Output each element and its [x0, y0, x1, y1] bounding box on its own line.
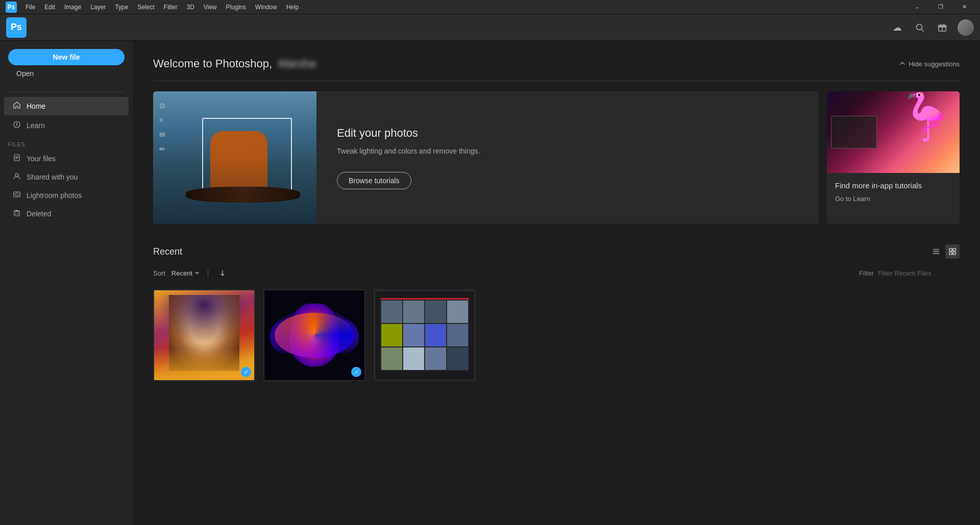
app-logo: Ps: [6, 17, 27, 38]
sidebar-item-lightroom[interactable]: Lightroom photos: [4, 187, 129, 204]
sidebar-item-your-files[interactable]: Your files: [4, 150, 129, 167]
chevron-up-icon: [899, 60, 905, 68]
search-icon[interactable]: [913, 20, 927, 35]
face-7: [425, 324, 446, 346]
avatar-image: [958, 19, 974, 36]
avatar[interactable]: [958, 19, 974, 36]
filter-label: Filter: [859, 269, 874, 277]
brush-icon: ✏: [159, 145, 165, 153]
welcome-title: Welcome to Photoshop, Marsha: [153, 57, 316, 70]
canoe-shape: [186, 187, 300, 203]
files-section-label: FILES: [0, 135, 133, 149]
face-12: [447, 347, 468, 370]
maximize-button[interactable]: ❐: [929, 0, 952, 14]
go-to-learn-link[interactable]: Go to Learn: [835, 195, 951, 203]
svg-rect-23: [949, 252, 952, 255]
suggestion-cards: ⊙ ⌗ ✉ ✏ Edit your photos Tweak lighting …: [153, 91, 960, 224]
sort-label: Sort: [153, 269, 165, 277]
minimize-button[interactable]: –: [905, 0, 929, 14]
hair-shape: [159, 295, 249, 344]
chevron-down-icon: [194, 269, 200, 277]
sidebar-item-deleted-label: Deleted: [27, 210, 51, 218]
artwork-fish: [264, 290, 364, 380]
hide-suggestions-label: Hide suggestions: [909, 60, 960, 68]
bottom-overlay: [154, 348, 254, 380]
canoe-background: ⊙ ⌗ ✉ ✏: [153, 91, 316, 224]
grid-view-button[interactable]: [945, 244, 960, 259]
open-link[interactable]: Open: [8, 65, 125, 82]
flamingo-icon: 🦩: [897, 94, 954, 140]
sort-dropdown[interactable]: Recent: [172, 269, 200, 277]
sidebar-item-home-label: Home: [27, 102, 45, 110]
app-logo-small: Ps: [4, 0, 18, 14]
sidebar-item-deleted[interactable]: Deleted: [4, 205, 129, 222]
sidebar-item-home[interactable]: Home: [4, 97, 129, 115]
menu-file[interactable]: File: [21, 3, 39, 12]
shared-icon: [12, 172, 21, 182]
new-file-button[interactable]: New file: [8, 49, 125, 65]
thumbnail-3[interactable]: [374, 289, 476, 381]
svg-rect-24: [953, 252, 955, 255]
welcome-text: Welcome to Photoshop,: [153, 57, 272, 70]
tutorials-image: 🦩: [827, 91, 960, 173]
top-bar-actions: ☁: [890, 19, 974, 36]
edit-photos-card: ⊙ ⌗ ✉ ✏ Edit your photos Tweak lighting …: [153, 91, 819, 224]
selected-check-1: ✓: [241, 367, 251, 377]
menu-plugins[interactable]: Plugins: [222, 3, 250, 12]
sidebar-divider-1: [8, 92, 125, 92]
menu-3d[interactable]: 3D: [182, 3, 198, 12]
envelope-icon: ✉: [159, 131, 165, 139]
close-button[interactable]: ✕: [952, 0, 976, 14]
sort-direction-button[interactable]: [216, 267, 229, 279]
sidebar-item-learn[interactable]: Learn: [4, 116, 129, 135]
menu-view[interactable]: View: [200, 3, 221, 12]
face-9: [381, 347, 402, 370]
file-icon: [12, 154, 21, 163]
face-11: [425, 347, 446, 370]
artwork-portrait: [154, 290, 254, 380]
face-3: [425, 301, 446, 323]
menu-type[interactable]: Type: [111, 3, 132, 12]
faces-grid: [380, 299, 470, 370]
filter-input[interactable]: [878, 269, 960, 277]
menu-filter[interactable]: Filter: [160, 3, 182, 12]
main-content: Welcome to Photoshop, Marsha Hide sugges…: [133, 41, 980, 525]
gift-icon[interactable]: [935, 20, 949, 35]
face-2: [403, 301, 424, 323]
learn-icon: [12, 120, 21, 131]
menu-select[interactable]: Select: [133, 3, 158, 12]
face-8: [447, 324, 468, 346]
cloud-icon[interactable]: ☁: [890, 20, 904, 35]
edit-photos-desc: Tweak lighting and colors and remove thi…: [337, 146, 798, 157]
menu-help[interactable]: Help: [282, 3, 303, 12]
crop-icon: ⌗: [159, 116, 165, 124]
menu-edit[interactable]: Edit: [40, 3, 59, 12]
menu-layer[interactable]: Layer: [86, 3, 110, 12]
sort-divider: [208, 269, 208, 277]
sidebar-item-shared[interactable]: Shared with you: [4, 168, 129, 186]
list-view-button[interactable]: [929, 244, 943, 259]
menu-window[interactable]: Window: [251, 3, 281, 12]
svg-rect-21: [949, 248, 952, 251]
home-icon: [12, 101, 21, 111]
menu-image[interactable]: Image: [60, 3, 85, 12]
window-controls: – ❐ ✕: [905, 0, 976, 14]
edit-photos-title: Edit your photos: [337, 127, 798, 140]
ps-logo-large: Ps: [11, 22, 22, 33]
tutorials-body: Find more in-app tutorials Go to Learn: [827, 173, 960, 211]
face-10: [403, 347, 424, 370]
hide-suggestions-button[interactable]: Hide suggestions: [899, 60, 960, 68]
svg-point-6: [16, 126, 17, 127]
thumbnail-2[interactable]: ✓: [263, 289, 365, 381]
thumbnails-grid: ✓ ✓: [153, 289, 960, 381]
menu-bar: Ps File Edit Image Layer Type Select Fil…: [0, 0, 980, 14]
sidebar-actions: New file Open: [0, 49, 133, 88]
thumbnail-1[interactable]: ✓: [153, 289, 255, 381]
ps-logo-icon: Ps: [6, 2, 17, 13]
tool-icons: ⊙ ⌗ ✉ ✏: [159, 102, 165, 153]
app-layout: New file Open Home Learn FILES: [0, 41, 980, 525]
face-6: [403, 324, 424, 346]
browse-tutorials-button[interactable]: Browse tutorials: [337, 172, 411, 189]
welcome-username: Marsha: [278, 57, 315, 70]
face-1: [381, 301, 402, 323]
